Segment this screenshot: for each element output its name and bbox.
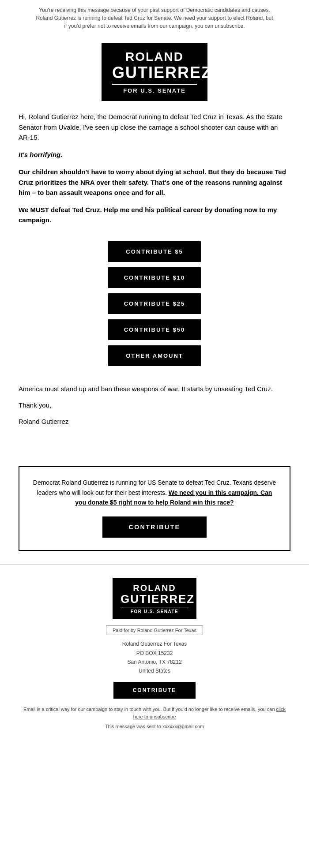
spacer: [0, 440, 309, 466]
top-notice-text: You're receiving this message because of…: [36, 7, 273, 29]
footer-logo-box: ROLAND GUTIERREZ FOR U.S. SENATE: [113, 578, 196, 620]
contribute-25-button[interactable]: CONTRIBUTE $25: [108, 293, 201, 314]
body-content: Hi, Roland Gutierrez here, the Democrat …: [0, 112, 309, 225]
email-container: You're receiving this message because of…: [0, 0, 309, 736]
bold-paragraph: Our children shouldn't have to worry abo…: [19, 167, 290, 198]
footer-logo-first-name: ROLAND: [121, 583, 188, 593]
signature-text: Roland Gutierrez: [19, 416, 290, 427]
horrifying-text: It's horrifying.: [19, 150, 290, 160]
logo-section: ROLAND GUTIERREZ FOR U.S. SENATE: [0, 34, 309, 112]
unsubscribe-link[interactable]: click here to unsubscribe: [133, 707, 286, 720]
intro-paragraph: Hi, Roland Gutierrez here, the Democrat …: [19, 112, 290, 142]
divider: [0, 564, 309, 565]
cta-contribute-label: CONTRIBUTE: [129, 524, 181, 531]
logo-last-name: GUTIERREZ: [112, 64, 197, 82]
contribute-buttons-section: CONTRIBUTE $5 CONTRIBUTE $10 CONTRIBUTE …: [0, 232, 309, 376]
footer-logo-subtitle: FOR U.S. SENATE: [121, 607, 188, 614]
contribute-50-button[interactable]: CONTRIBUTE $50: [108, 319, 201, 340]
logo-subtitle: FOR U.S. SENATE: [112, 84, 197, 94]
thank-you-text: Thank you,: [19, 400, 290, 410]
address-line-2: PO BOX 15232: [136, 650, 173, 656]
footer-contribute-button[interactable]: CONTRIBUTE: [113, 682, 196, 699]
cta-contribute-button[interactable]: CONTRIBUTE: [102, 516, 207, 538]
footer-sent-to: This message was sent to xxxxxx@gmail.co…: [19, 724, 290, 729]
other-amount-button[interactable]: OTHER AMOUNT: [108, 345, 201, 366]
paid-for-text: Paid for by Roland Gutierrez For Texas: [106, 625, 203, 635]
address-line-1: Roland Gutierrez For Texas: [122, 641, 187, 647]
contribute-5-button[interactable]: CONTRIBUTE $5: [108, 241, 201, 262]
address-line-3: San Antonio, TX 78212: [127, 659, 181, 665]
cta-box-text: Democrat Roland Gutierrez is running for…: [33, 478, 276, 507]
top-notice: You're receiving this message because of…: [0, 0, 309, 34]
footer-contribute-label: CONTRIBUTE: [133, 687, 177, 693]
contribute-10-button[interactable]: CONTRIBUTE $10: [108, 267, 201, 288]
post-buttons-paragraph-1: America must stand up and ban these weap…: [19, 384, 290, 394]
footer-address: Roland Gutierrez For Texas PO BOX 15232 …: [19, 640, 290, 676]
footer-logo-last-name: GUTIERREZ: [121, 593, 188, 606]
logo-first-name: ROLAND: [112, 50, 197, 64]
cta-paragraph: We MUST defeat Ted Cruz. Help me end his…: [19, 205, 290, 225]
address-line-4: United States: [139, 668, 170, 674]
footer-legal-text: Email is a critical way for our campaign…: [19, 706, 290, 721]
logo-box: ROLAND GUTIERREZ FOR U.S. SENATE: [102, 43, 207, 101]
cta-box: Democrat Roland Gutierrez is running for…: [19, 466, 290, 550]
post-buttons-text: America must stand up and ban these weap…: [0, 376, 309, 440]
footer: ROLAND GUTIERREZ FOR U.S. SENATE Paid fo…: [0, 569, 309, 736]
